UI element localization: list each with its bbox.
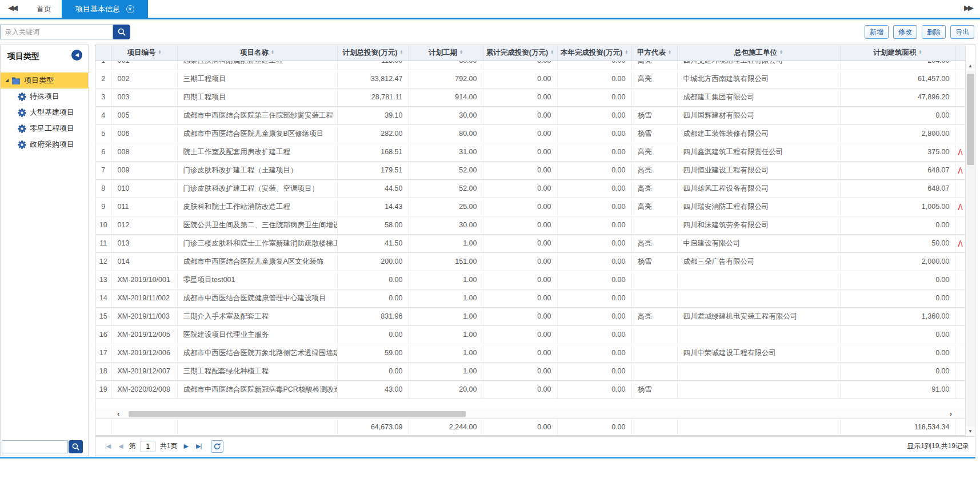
tab-home-label: 首页 <box>37 5 51 13</box>
table-row[interactable]: 16XM-2019/12/005医院建设项目代理业主服务0.001.000.00… <box>95 325 965 344</box>
sort-icon[interactable]: ▲▼ <box>625 50 628 54</box>
table-row[interactable]: 7009门诊皮肤科改扩建工程（土建项目）179.5152.000.000.00高… <box>95 161 965 179</box>
sort-icon[interactable]: ▲▼ <box>459 50 463 54</box>
table-row[interactable]: 14XM-2019/11/002成都市中西医结合医院健康管理中心建设项目0.00… <box>95 289 965 307</box>
cell-year: 0.00 <box>557 362 631 380</box>
table-row[interactable]: 5006成都市中西医结合医院儿童康复B区修缮项目282.0080.000.000… <box>95 124 965 143</box>
cell-duration: 1.00 <box>409 289 483 307</box>
cell-clip <box>955 124 965 143</box>
table-row[interactable]: 3003四期工程项目28,781.11914.000.000.00成都建工集团有… <box>95 88 965 106</box>
total-blank <box>111 419 177 436</box>
cell-code: 003 <box>111 88 177 106</box>
sort-icon[interactable]: ▲▼ <box>158 50 162 54</box>
table-row[interactable]: 19XM-2020/02/008成都市中西医结合医院新冠病毒PCR核酸检测改造项… <box>95 380 965 399</box>
table-row[interactable]: 13XM-2019/10/001零星项目test0010.001.000.000… <box>95 271 965 289</box>
vscroll-thumb[interactable] <box>967 74 974 165</box>
hscroll-thumb[interactable] <box>129 411 466 417</box>
edit-button[interactable]: 修改 <box>893 25 917 39</box>
pager-next-icon[interactable]: ▶ <box>183 442 187 450</box>
tree-node-root[interactable]: ◢ 项目类型 <box>1 73 88 88</box>
table-row[interactable]: 15XM-2019/11/003三期介入手术室及配套工程831.961.000.… <box>95 307 965 325</box>
cell-rep: 杨雪 <box>631 106 677 124</box>
column-header-rep[interactable]: 甲方代表▲▼ <box>631 45 677 61</box>
cell-code: 006 <box>111 124 177 143</box>
cell-contractor: 四川恒业建设工程有限公司 <box>677 161 840 179</box>
tab-home[interactable]: 首页 <box>23 0 65 18</box>
sort-icon[interactable]: ▲▼ <box>919 50 922 54</box>
cell-duration: 80.00 <box>409 124 483 143</box>
pager-refresh-button[interactable] <box>211 440 223 453</box>
keyword-search-input[interactable] <box>0 25 113 39</box>
cell-rep <box>631 289 677 307</box>
column-header-area[interactable]: 计划建筑面积▲▼ <box>840 45 955 61</box>
pager-prev-icon[interactable]: ◀ <box>118 442 122 450</box>
cell-contractor <box>677 325 840 344</box>
table-row[interactable]: 18XM-2019/12/007三期工程配套绿化种植工程0.001.000.00… <box>95 362 965 380</box>
column-header-invest[interactable]: 计划总投资(万元)▲▼ <box>337 45 409 61</box>
tabs-scroll-right-icon[interactable]: ▶▶ <box>958 3 978 12</box>
column-header-cum[interactable]: 累计完成投资(万元)▲▼ <box>483 45 557 61</box>
cell-year: 0.00 <box>557 179 631 198</box>
table-row[interactable]: 9011皮肤科和院士工作站消防改造工程14.4325.000.000.00高亮四… <box>95 198 965 216</box>
tree-node-government-procurement[interactable]: 政府采购项目 <box>1 136 88 152</box>
column-header-name[interactable]: 项目名称▲▼ <box>177 45 337 61</box>
table-row[interactable]: 8010门诊皮肤科改扩建工程（安装、空调项目）44.5052.000.000.0… <box>95 179 965 198</box>
sort-icon[interactable]: ▲▼ <box>550 50 554 54</box>
table-row[interactable]: 17XM-2019/12/006成都市中西医结合医院万象北路侧艺术透绿围墙建设项… <box>95 344 965 362</box>
cell-name: 成都市中西医结合医院儿童康复A区文化装饰 <box>177 252 337 271</box>
table-row[interactable]: 1001感染性疾病科附属配套基建工程118.0060.000.000.00高亮四… <box>95 61 965 70</box>
sort-icon[interactable]: ▲▼ <box>779 50 783 54</box>
sidebar-collapse-button[interactable]: ◀ <box>71 50 82 61</box>
vertical-scrollbar[interactable]: ▲ ▼ <box>965 61 975 436</box>
pager-last-icon[interactable]: ▶| <box>196 442 201 450</box>
table-row[interactable]: 10012医院公共卫生间及第二、三住院部病房卫生间增设病人轨道工程58.0030… <box>95 216 965 234</box>
table-row[interactable]: 2002三期工程项目33,812.47792.000.000.00高亮中城北方西… <box>95 70 965 88</box>
cell-rep <box>631 271 677 289</box>
tree-node-large-infrastructure[interactable]: 大型基建项目 <box>1 104 88 120</box>
tree-node-special-project[interactable]: 特殊项目 <box>1 88 88 104</box>
horizontal-scrollbar[interactable]: ‹ › <box>95 409 975 419</box>
vscroll-down-icon[interactable]: ▼ <box>966 426 975 436</box>
column-header-code[interactable]: 项目编号▲▼ <box>111 45 177 61</box>
table-row[interactable]: 11013门诊三楼皮肤科和院士工作室新建消防疏散楼梯工程41.501.000.0… <box>95 234 965 252</box>
cell-area: 50.00 <box>840 234 955 252</box>
hscroll-right-icon[interactable]: › <box>950 409 952 419</box>
tab-close-icon[interactable]: ✕ <box>126 5 134 13</box>
sidebar-search-input[interactable] <box>2 440 68 453</box>
hscroll-left-icon[interactable]: ‹ <box>117 409 119 419</box>
column-header-clip <box>955 45 965 61</box>
bottom-accent-line <box>0 457 975 458</box>
records-info: 显示1到19,共19记录 <box>907 441 969 451</box>
cell-rep <box>631 344 677 362</box>
keyword-search-button[interactable] <box>113 25 130 39</box>
sort-icon[interactable]: ▲▼ <box>668 50 671 54</box>
export-button[interactable]: 导出 <box>950 25 974 39</box>
tree-expand-icon[interactable]: ◢ <box>5 73 9 88</box>
cell-duration: 1.00 <box>409 234 483 252</box>
cell-area: 1,360.00 <box>840 307 955 325</box>
sort-icon[interactable]: ▲▼ <box>271 50 274 54</box>
total-blank <box>955 419 965 436</box>
cell-code: XM-2020/02/008 <box>111 380 177 399</box>
vscroll-up-icon[interactable]: ▲ <box>966 61 975 71</box>
table-row[interactable]: 12014成都市中西医结合医院儿童康复A区文化装饰200.00151.000.0… <box>95 252 965 271</box>
clipped-red-text-marker <box>958 204 963 210</box>
add-button[interactable]: 新增 <box>865 25 889 39</box>
cell-n: 3 <box>95 88 111 106</box>
page-number-input[interactable] <box>141 441 155 452</box>
table-row[interactable]: 6008院士工作室及配套用房改扩建工程168.5131.000.000.00高亮… <box>95 143 965 161</box>
column-header-year[interactable]: 本年完成投资(万元)▲▼ <box>557 45 631 61</box>
table-row[interactable]: 4005成都市中西医结合医院第三住院部纱窗安装工程39.1030.000.000… <box>95 106 965 124</box>
cell-name: 医院建设项目代理业主服务 <box>177 325 337 344</box>
refresh-icon <box>213 442 221 450</box>
sidebar-search-button[interactable] <box>69 440 83 453</box>
tab-project-basic-info[interactable]: 项目基本信息 ✕ <box>62 0 148 18</box>
column-header-duration[interactable]: 计划工期▲▼ <box>409 45 483 61</box>
delete-button[interactable]: 删除 <box>922 25 946 39</box>
cell-duration: 1.00 <box>409 362 483 380</box>
pager-first-icon[interactable]: |◀ <box>105 442 110 450</box>
tabs-scroll-left-icon[interactable]: ◀◀ <box>2 3 22 12</box>
tree-node-minor-works[interactable]: 零星工程项目 <box>1 120 88 136</box>
sort-icon[interactable]: ▲▼ <box>399 50 403 54</box>
column-header-contractor[interactable]: 总包施工单位▲▼ <box>677 45 840 61</box>
